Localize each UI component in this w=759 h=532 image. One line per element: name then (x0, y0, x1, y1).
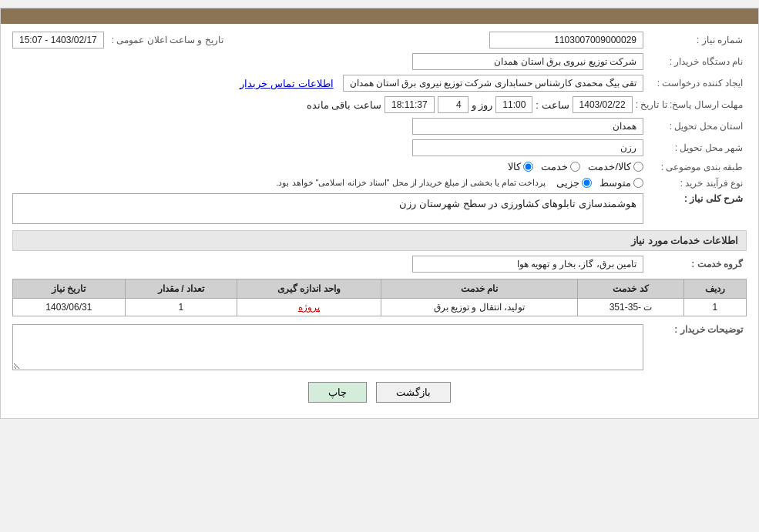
ijad-label: ایجاد کننده درخواست : (646, 78, 747, 89)
now-radio-group: متوسط جزیی (556, 177, 643, 189)
khadamat-section-title: اطلاعات خدمات مورد نیاز (12, 230, 747, 251)
radio-motovaset-input[interactable] (633, 178, 643, 188)
mohlat-saat: 11:00 (495, 96, 532, 113)
sharh-label: شرح کلی نیاز : (646, 193, 747, 204)
radio-khadamat: خدمت (541, 161, 580, 172)
row-mohlat: مهلت ارسال پاسخ: تا تاریخ : 1403/02/22 س… (12, 96, 747, 113)
radio-kala-khadamat-label: کالا/خدمت (588, 161, 631, 172)
mohlat-label: مهلت ارسال پاسخ: تا تاریخ : (636, 99, 747, 110)
row-tosif: توضیحات خریدار : (12, 324, 747, 370)
row-ostan: استان محل تحویل : همدان (12, 118, 747, 135)
tosif-label: توضیحات خریدار : (646, 324, 747, 335)
radio-motovaset: متوسط (599, 177, 643, 189)
col-header-5: تاریخ نیاز (13, 279, 126, 299)
radio-kala: کالا (508, 161, 533, 172)
tabaqe-radio-group: کالا/خدمت خدمت کالا (508, 161, 643, 172)
row-ijad: ایجاد کننده درخواست : تقی بیگ محمدی کارش… (12, 75, 747, 92)
col-header-1: کد خدمت (578, 279, 683, 299)
tarikh-label: تاریخ و ساعت اعلان عمومی : (107, 35, 227, 45)
mohlat-date: 1403/02/22 (573, 96, 633, 113)
page-header (1, 8, 758, 24)
now-label: نوع فرآیند خرید : (646, 178, 747, 189)
nam-dastgah-value: شرکت توزیع نیروی برق استان همدان (412, 53, 643, 70)
tarikh-value: 1403/02/17 - 15:07 (12, 32, 104, 49)
page-wrapper: شماره نیاز : 1103007009000029 تاریخ و سا… (0, 8, 759, 419)
shomara-label: شماره نیاز : (646, 35, 747, 45)
row-tabaqe: طبقه بندی موضوعی : کالا/خدمت خدمت کالا (12, 161, 747, 172)
ijad-link[interactable]: اطلاعات تماس خریدار (240, 78, 333, 89)
gorohe-label: گروه خدمت : (646, 259, 747, 269)
radio-motovaset-label: متوسط (599, 177, 631, 189)
radio-kala-label: کالا (508, 161, 521, 172)
row-gorohe: گروه خدمت : تامین برق، گاز، بخار و تهویه… (12, 256, 747, 273)
table-row: 1ت -35-351تولید، انتقال و توزیع برقپروژه… (13, 299, 747, 316)
radio-kala-input[interactable] (523, 162, 533, 172)
mohlat-baghimande-label: ساعت باقی مانده (307, 99, 381, 111)
shahr-value: رزن (412, 139, 643, 156)
mohlat-baghimande: 18:11:37 (385, 96, 435, 113)
services-table-section: ردیفکد خدمتنام خدمتواحد اندازه گیریتعداد… (12, 279, 747, 316)
services-table: ردیفکد خدمتنام خدمتواحد اندازه گیریتعداد… (12, 279, 747, 316)
radio-jozei-input[interactable] (582, 178, 592, 188)
tosif-textarea[interactable] (12, 324, 643, 370)
radio-khadamat-input[interactable] (570, 162, 580, 172)
col-header-2: نام خدمت (381, 279, 578, 299)
col-header-4: تعداد / مقدار (125, 279, 237, 299)
sharh-value: هوشمندسازی تابلوهای کشاورزی در سطح شهرست… (12, 193, 643, 224)
now-text: پرداخت تمام یا بخشی از مبلغ خریدار از مح… (276, 178, 546, 188)
row-shahr: شهر محل تحویل : رزن (12, 139, 747, 156)
row-sharh: شرح کلی نیاز : هوشمندسازی تابلوهای کشاور… (12, 193, 747, 224)
col-header-3: واحد اندازه گیری (237, 279, 381, 299)
row-now: نوع فرآیند خرید : متوسط جزیی پرداخت تمام… (12, 177, 747, 189)
radio-jozei-label: جزیی (556, 177, 579, 189)
ostan-value: همدان (412, 118, 643, 135)
tabaqe-label: طبقه بندی موضوعی : (646, 162, 747, 172)
row-nam-dastgah: نام دستگاه خریدار : شرکت توزیع نیروی برق… (12, 53, 747, 70)
radio-jozei: جزیی (556, 177, 592, 189)
radio-khadamat-label: خدمت (541, 161, 568, 172)
shahr-label: شهر محل تحویل : (646, 142, 747, 153)
nam-dastgah-label: نام دستگاه خریدار : (646, 56, 747, 67)
content-area: شماره نیاز : 1103007009000029 تاریخ و سا… (1, 24, 758, 418)
radio-kala-khadamat-input[interactable] (633, 162, 643, 172)
btn-row: بازگشت چاپ (12, 382, 747, 403)
mohlat-saat-label: ساعت : (536, 99, 569, 111)
mohlat-roz-label: روز و (472, 99, 493, 111)
back-button[interactable]: بازگشت (376, 382, 451, 403)
gorohe-value: تامین برق، گاز، بخار و تهویه هوا (412, 256, 643, 273)
table-cell-0-4: 1 (125, 299, 237, 316)
table-cell-0-1: ت -35-351 (578, 299, 683, 316)
table-cell-0-3: پروژه (237, 299, 381, 316)
ijad-value: تقی بیگ محمدی کارشناس حسابداری شرکت توزی… (343, 75, 643, 92)
row-shomara: شماره نیاز : 1103007009000029 تاریخ و سا… (12, 32, 747, 49)
table-cell-0-5: 1403/06/31 (13, 299, 126, 316)
table-cell-0-2: تولید، انتقال و توزیع برق (381, 299, 578, 316)
radio-kala-khadamat: کالا/خدمت (588, 161, 643, 172)
mohlat-roz: 4 (438, 96, 468, 113)
col-header-0: ردیف (683, 279, 746, 299)
table-cell-0-0: 1 (683, 299, 746, 316)
shomara-value: 1103007009000029 (489, 32, 643, 49)
ostan-label: استان محل تحویل : (646, 121, 747, 132)
print-button[interactable]: چاپ (308, 382, 367, 403)
